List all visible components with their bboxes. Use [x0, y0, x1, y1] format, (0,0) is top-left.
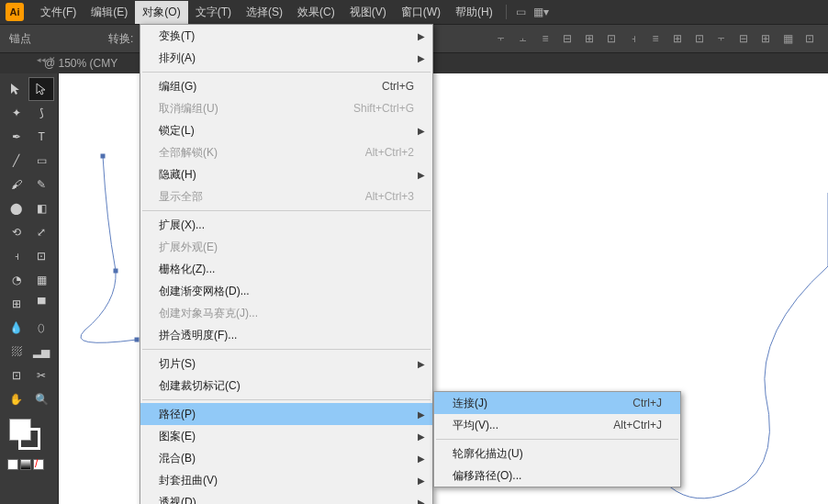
anchor-point[interactable] — [101, 154, 106, 159]
menu-shortcut: Ctrl+G — [382, 80, 414, 93]
align-icon[interactable]: ⊟ — [734, 29, 753, 48]
align-icon[interactable]: ⫟ — [492, 29, 510, 48]
menu-item[interactable]: 创建裁切标记(C) — [140, 375, 432, 397]
menu-item[interactable]: 文件(F) — [33, 1, 84, 24]
menu-item-label: 全部解锁(K) — [159, 145, 218, 161]
menu-item[interactable]: 编辑(E) — [84, 1, 135, 24]
menu-item[interactable]: 效果(C) — [290, 1, 342, 24]
anchor-point[interactable] — [114, 269, 118, 274]
menu-item: 取消编组(U)Shift+Ctrl+G — [140, 97, 432, 119]
menu-item-label: 显示全部 — [159, 189, 203, 205]
align-icon[interactable]: ⊡ — [800, 29, 819, 48]
lasso-tool[interactable]: ⟆ — [29, 101, 55, 125]
menu-item-label: 排列(A) — [159, 50, 196, 66]
submenu-arrow-icon: ▶ — [418, 170, 425, 180]
menu-item[interactable]: 切片(S)▶ — [140, 353, 432, 375]
align-icons-group: ⫟ ⫠ ≡ ⊟ ⊞ ⊡ ⫞ ≡ ⊞ ⊡ ⫟ ⊟ ⊞ ▦ ⊡ — [492, 29, 819, 48]
menu-item[interactable]: 变换(T)▶ — [140, 25, 432, 47]
fill-stroke-swatch[interactable] — [4, 419, 54, 455]
blend-tool[interactable]: ⬯ — [29, 316, 55, 340]
menu-item-label: 创建对象马赛克(J)... — [159, 306, 258, 321]
menu-item[interactable]: 排列(A)▶ — [140, 47, 432, 69]
shape-builder-tool[interactable]: ◔ — [4, 268, 29, 292]
mesh-tool[interactable]: ⊞ — [4, 292, 29, 316]
submenu-item[interactable]: 偏移路径(O)... — [434, 465, 680, 487]
perspective-tool[interactable]: ▦ — [29, 268, 55, 292]
menu-item[interactable]: 扩展(X)... — [140, 214, 432, 236]
align-icon[interactable]: ⊡ — [602, 29, 621, 48]
submenu-item[interactable]: 轮廓化描边(U) — [434, 442, 680, 465]
menu-item-label: 透视(D) — [159, 495, 196, 505]
menu-item[interactable]: 路径(P)▶ — [140, 403, 432, 425]
menu-item[interactable]: 编组(G)Ctrl+G — [140, 75, 432, 97]
menu-item[interactable]: 创建渐变网格(D)... — [140, 280, 432, 302]
symbol-sprayer-tool[interactable]: ⛆ — [4, 340, 29, 364]
zoom-tool[interactable]: 🔍 — [29, 387, 55, 411]
color-mode-icon[interactable] — [7, 459, 18, 470]
menu-item[interactable]: 图案(E)▶ — [140, 425, 432, 447]
graph-tool[interactable]: ▂▅ — [29, 340, 55, 364]
align-icon[interactable]: ⊟ — [558, 29, 576, 48]
hand-tool[interactable]: ✋ — [4, 387, 29, 411]
menu-item[interactable]: 锁定(L)▶ — [140, 119, 432, 141]
align-icon[interactable]: ⊞ — [756, 29, 775, 48]
selection-tool[interactable] — [4, 77, 28, 101]
type-tool[interactable]: T — [29, 125, 55, 149]
menu-item[interactable]: 栅格化(Z)... — [140, 258, 432, 280]
menu-item[interactable]: 对象(O) — [135, 1, 187, 24]
menu-item-label: 编组(G) — [159, 79, 196, 95]
align-icon[interactable]: ⫟ — [712, 29, 731, 48]
menu-item[interactable]: 帮助(H) — [448, 1, 500, 24]
free-transform-tool[interactable]: ⊡ — [29, 244, 55, 268]
align-icon[interactable]: ▦ — [778, 29, 797, 48]
artboard-tool[interactable]: ⊡ — [4, 364, 29, 387]
magic-wand-tool[interactable]: ✦ — [4, 101, 29, 125]
rectangle-tool[interactable]: ▭ — [29, 149, 55, 173]
paintbrush-tool[interactable]: 🖌 — [4, 173, 29, 196]
submenu-item[interactable]: 连接(J)Ctrl+J — [434, 392, 680, 414]
menu-item[interactable]: 选择(S) — [239, 1, 290, 24]
arrange-icon[interactable]: ▦▾ — [532, 5, 551, 19]
align-icon[interactable]: ⫞ — [624, 29, 643, 48]
menu-shortcut: Alt+Ctrl+3 — [365, 190, 414, 203]
gradient-mode-icon[interactable] — [20, 459, 31, 470]
menu-item[interactable]: 视图(V) — [342, 1, 394, 24]
blob-brush-tool[interactable]: ⬤ — [4, 196, 29, 220]
pen-tool[interactable]: ✒ — [4, 125, 29, 149]
align-icon[interactable]: ⫠ — [514, 29, 532, 48]
eyedropper-tool[interactable]: 💧 — [4, 316, 29, 340]
gradient-tool[interactable]: ▀ — [29, 292, 55, 316]
menu-shortcut: Shift+Ctrl+G — [353, 102, 414, 115]
direct-selection-tool[interactable] — [28, 77, 55, 101]
width-tool[interactable]: ⫞ — [4, 244, 29, 268]
menu-item[interactable]: 窗口(W) — [394, 1, 448, 24]
menu-item-label: 栅格化(Z)... — [159, 262, 215, 277]
none-mode-icon[interactable]: / — [33, 459, 44, 470]
menu-item[interactable]: 文字(T) — [188, 1, 239, 24]
menu-item[interactable]: 透视(D)▶ — [140, 491, 432, 504]
layout-icon[interactable]: ▭ — [512, 5, 531, 19]
tab-handle-icon[interactable]: ◂◂ ✕ — [37, 55, 56, 64]
menu-item[interactable]: 封套扭曲(V)▶ — [140, 469, 432, 491]
eraser-tool[interactable]: ◧ — [29, 196, 55, 220]
menu-item[interactable]: 拼合透明度(F)... — [140, 324, 432, 346]
align-icon[interactable]: ⊞ — [668, 29, 687, 48]
align-icon[interactable]: ≡ — [536, 29, 554, 48]
submenu-item[interactable]: 平均(V)...Alt+Ctrl+J — [434, 414, 680, 436]
align-icon[interactable]: ⊡ — [690, 29, 709, 48]
menu-item[interactable]: 混合(B)▶ — [140, 447, 432, 469]
submenu-arrow-icon: ▶ — [418, 431, 425, 442]
convert-label: 转换: — [108, 31, 133, 47]
submenu-arrow-icon: ▶ — [418, 31, 425, 41]
align-icon[interactable]: ≡ — [646, 29, 665, 48]
pencil-tool[interactable]: ✎ — [29, 173, 55, 196]
align-icon[interactable]: ⊞ — [580, 29, 599, 48]
anchor-point[interactable] — [135, 338, 140, 342]
scale-tool[interactable]: ⤢ — [29, 220, 55, 244]
line-tool[interactable]: ╱ — [4, 149, 29, 173]
path-submenu: 连接(J)Ctrl+J平均(V)...Alt+Ctrl+J轮廓化描边(U)偏移路… — [433, 391, 681, 487]
rotate-tool[interactable]: ⟲ — [4, 220, 29, 244]
menu-item[interactable]: 隐藏(H)▶ — [140, 163, 432, 185]
slice-tool[interactable]: ✂ — [29, 364, 55, 387]
stroke-swatch[interactable] — [18, 428, 40, 450]
